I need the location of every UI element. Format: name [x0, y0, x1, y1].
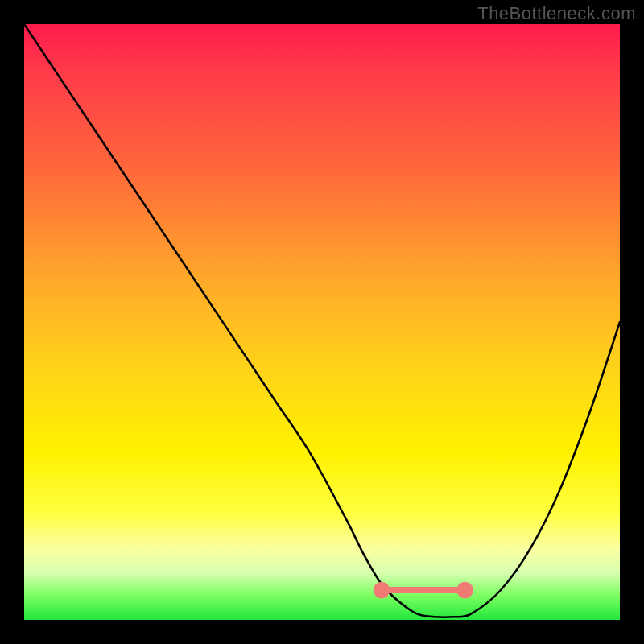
flat-region-end-dot [456, 582, 473, 599]
plot-area [24, 24, 620, 620]
curve-layer [24, 24, 620, 620]
flat-region-start-dot [374, 582, 390, 599]
bottleneck-curve-path [24, 24, 620, 617]
watermark-text: TheBottleneck.com [477, 3, 636, 24]
chart-frame: TheBottleneck.com [0, 0, 644, 644]
